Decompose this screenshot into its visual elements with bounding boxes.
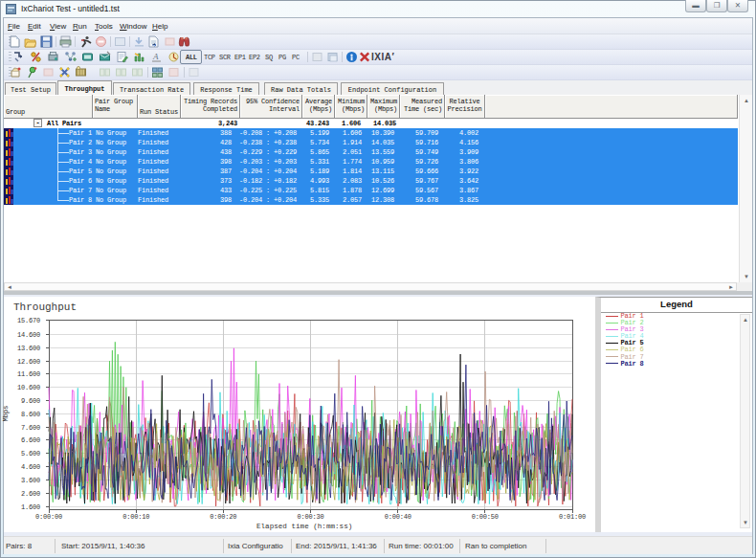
svg-text:A: A [152, 52, 159, 61]
